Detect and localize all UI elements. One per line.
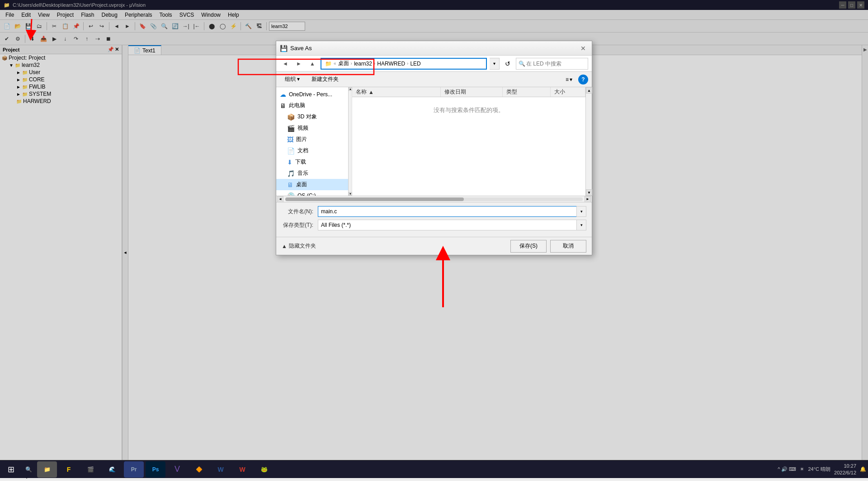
save-confirm-button[interactable]: 保存(S) [510,240,547,253]
dialog-address-bar: ◄ ► ▲ 📁 « 桌面 › learn32 › HARWRED › LED ▾… [276,56,592,72]
path-part-0[interactable]: 桌面 [338,60,349,67]
right-scroll-down[interactable]: ▼ [586,189,592,196]
taskbar-app-matlab[interactable]: 🔶 [189,461,209,478]
help-button[interactable]: ? [578,75,588,84]
col-header-size[interactable]: 大小 [551,87,585,97]
nav-back-dialog[interactable]: ◄ [280,58,291,69]
dlg-desktop[interactable]: 🖥 桌面 [276,179,348,190]
3dobjects-label: 3D 对象 [297,113,317,121]
dialog-body: ☁ OneDrive - Pers... 🖥 此电脑 📦 3D 对象 🎬 视频 … [276,87,592,196]
col-date-label: 修改日期 [444,88,466,96]
taskbar-app-wps[interactable]: W [232,461,252,478]
hscroll-thumb[interactable] [285,197,464,201]
hscroll-left[interactable]: ◄ [277,196,283,202]
start-button[interactable]: ⊞ [2,461,20,478]
thispc-label: 此电脑 [289,102,305,109]
search-wrapper: 🔍 [516,58,588,70]
dialog-close-button[interactable]: ✕ [578,43,588,53]
filename-wrapper: ▾ [318,206,586,217]
taskbar-app-f[interactable]: F [59,461,79,478]
taskbar-app-vs[interactable]: V [167,461,187,478]
taskbar-app-edge[interactable]: 🌊 [102,461,122,478]
dlg-downloads[interactable]: ⬇ 下载 [276,156,348,168]
left-panel-scrollbar[interactable]: ▲ ▼ [349,87,352,196]
filename-input[interactable] [318,206,586,217]
filetype-wrapper: ▾ [318,220,586,230]
hscroll-right[interactable]: ► [585,196,591,202]
hide-folder-arrow-icon: ▲ [282,243,287,249]
right-scroll-up[interactable]: ▲ [586,87,592,94]
nav-up-dialog[interactable]: ▲ [307,58,318,69]
hscroll-track[interactable] [285,197,583,201]
build-output-content [0,480,868,484]
onedrive-label: OneDrive - Pers... [289,91,332,98]
dlg-videos[interactable]: 🎬 视频 [276,122,348,134]
taskbar-search[interactable]: 🔍 [22,461,35,478]
dlg-music[interactable]: 🎵 音乐 [276,168,348,179]
path-part-2[interactable]: HARWRED [377,61,405,67]
hide-folder-button[interactable]: ▲ 隐藏文件夹 [282,242,316,250]
addr-refresh-button[interactable]: ↺ [502,58,513,69]
path-part-1[interactable]: learn32 [354,61,372,67]
music-label: 音乐 [297,169,308,177]
hide-folder-label: 隐藏文件夹 [289,242,316,250]
scroll-up-arrow[interactable]: ▲ [349,87,352,91]
downloads-icon: ⬇ [287,159,292,166]
dialog-hscroll: ◄ ► [276,196,592,202]
taskbar-app-video[interactable]: 🎬 [80,461,100,478]
dlg-onedrive[interactable]: ☁ OneDrive - Pers... [276,89,348,100]
systray-icons[interactable]: ^ 🔊 ⌨ [778,466,796,472]
right-panel-scrollbar[interactable]: ▲ ▼ [585,87,592,196]
col-header-type[interactable]: 类型 [503,87,551,97]
pictures-label: 图片 [296,136,307,143]
taskbar-app-ps[interactable]: Ps [146,461,165,478]
dlg-3dobjects[interactable]: 📦 3D 对象 [276,111,348,122]
empty-file-message: 没有与搜索条件匹配的项。 [352,97,585,123]
right-scroll-track [586,94,592,189]
path-part-3[interactable]: LED [410,61,420,67]
dlg-thispc[interactable]: 🖥 此电脑 [276,100,348,111]
col-header-date[interactable]: 修改日期 [441,87,502,97]
taskbar-clock[interactable]: 10:27 2022/6/12 [834,463,856,476]
organize-button[interactable]: 组织 ▾ [280,74,305,85]
taskbar-app-pr[interactable]: Pr [124,461,144,478]
downloads-label: 下载 [295,158,306,166]
notification-btn[interactable]: 🔔 [860,466,866,472]
addr-dropdown-button[interactable]: ▾ [490,58,500,70]
scroll-down-arrow[interactable]: ▼ [349,192,352,196]
music-icon: 🎵 [287,170,295,177]
save-as-dialog: 💾 Save As ✕ ◄ ► ▲ 📁 « 桌面 › learn32 › HAR… [276,41,592,255]
osc-icon: 💿 [287,192,295,196]
dlg-osc[interactable]: 💿 OS (C:) [276,190,348,196]
col-type-label: 类型 [506,88,517,96]
thispc-icon: 🖥 [280,102,286,109]
taskbar-app-word[interactable]: W [211,461,231,478]
dlg-pictures[interactable]: 🖼 图片 [276,134,348,145]
3dobjects-icon: 📦 [287,113,295,121]
cancel-button[interactable]: 取消 [550,240,586,253]
view-toggle-button[interactable]: ≡ ▾ [561,74,576,85]
col-name-sort: ▲ [368,89,374,95]
filetype-label: 保存类型(T): [282,221,318,229]
filetype-row: 保存类型(T): ▾ [282,220,586,230]
dialog-action-buttons: 保存(S) 取消 [510,240,586,253]
docs-label: 文档 [297,147,308,155]
dialog-file-list: 名称 ▲ 修改日期 类型 大小 没有与搜索条件匹配的项。 [352,87,585,196]
search-input[interactable] [516,58,588,70]
nav-forward-dialog[interactable]: ► [293,58,304,69]
desktop-icon: 🖥 [287,181,293,188]
new-folder-button[interactable]: 新建文件夹 [307,74,344,85]
col-header-name[interactable]: 名称 ▲ [352,87,441,97]
osc-label: OS (C:) [297,192,316,196]
view-icon: ≡ [566,76,569,83]
filetype-input[interactable] [318,220,586,230]
taskbar-explorer[interactable]: 📁 [37,461,57,478]
taskbar-app-wechat[interactable]: 🐸 [254,461,274,478]
addr-icon: 📁 [325,61,332,67]
dialog-title-bar: 💾 Save As ✕ [276,41,592,56]
dialog-title-text: Save As [290,45,312,52]
dialog-left-panel: ☁ OneDrive - Pers... 🖥 此电脑 📦 3D 对象 🎬 视频 … [276,87,349,196]
pictures-icon: 🖼 [287,136,293,143]
address-path-box[interactable]: 📁 « 桌面 › learn32 › HARWRED › LED [321,58,487,70]
dlg-docs[interactable]: 📄 文档 [276,145,348,156]
